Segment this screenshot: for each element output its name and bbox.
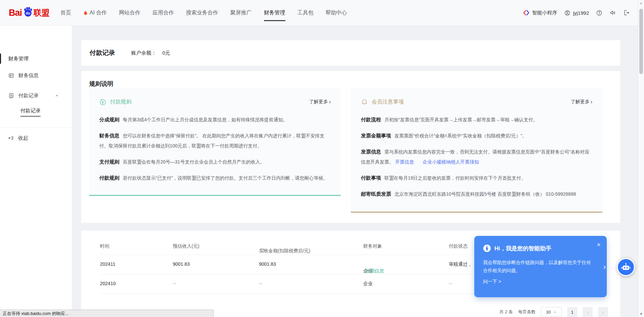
nav-item-juping-promo[interactable]: 聚屏推广 — [230, 0, 252, 26]
rule-paragraph: 财务信息您可以在财务信息中选择“保留付款”。 在此期间您产生的收入将在账户内进行… — [99, 131, 331, 151]
cell-estimated: -- — [173, 281, 176, 286]
user-account[interactable]: jyj1992 — [564, 10, 589, 16]
scroll-down-arrow[interactable]: ▼ — [638, 312, 644, 316]
flame-icon — [83, 10, 88, 15]
next-page-button[interactable]: › — [598, 307, 608, 317]
assistant-ask-link[interactable]: 问一下 > — [483, 279, 598, 285]
logo-text-bai: Bai — [9, 8, 22, 18]
cell-actual: 9001.83 — [259, 261, 276, 267]
nav-item-home[interactable]: 首页 — [60, 0, 71, 26]
robot-icon — [621, 262, 631, 272]
logout-icon[interactable] — [623, 9, 630, 16]
finance-info-icon — [8, 73, 14, 78]
baidu-paw-icon: du — [22, 6, 33, 17]
total-count: 共 2 条 — [499, 309, 513, 315]
smart-miniprogram-icon — [523, 9, 530, 16]
member-notes-more-link[interactable]: 了解更多› — [571, 99, 592, 105]
col-header-payment-status: 付款状态 — [449, 243, 468, 249]
sound-icon[interactable] — [609, 9, 616, 16]
small-taxpayer-guide-link[interactable]: 企业小规模纳税人开票须知 — [423, 159, 479, 165]
cell-actual: -- — [259, 281, 262, 286]
chevron-up-icon[interactable] — [55, 93, 59, 98]
assistant-message: 我会帮助您诊断合作链路问题，以及解答您关于任何合作相关的问题。 — [483, 258, 591, 274]
assistant-popup: Hi，我是您的智能助手 × 我会帮助您诊断合作链路问题，以及解答您关于任何合作相… — [474, 236, 607, 297]
nav-item-search-coop[interactable]: 搜索业务合作 — [186, 0, 218, 26]
cell-time: 202410 — [100, 281, 116, 286]
page-header-card: 付款记录 账户余额： 0元 — [81, 40, 620, 66]
smart-miniprogram-link[interactable]: 智能小程序 — [523, 9, 557, 16]
sidebar-item-payment-record[interactable]: 付款记录 — [0, 87, 72, 104]
main-nav: 首页 AI 合作 网站合作 应用合作 搜索业务合作 聚屏推广 财务管理 工具包 … — [60, 0, 347, 26]
pagination: 共 2 条 每页条数 30 1 ‹ › — [499, 307, 608, 317]
nav-item-toolkit[interactable]: 工具包 — [298, 0, 314, 26]
cell-payment-status: -- — [449, 281, 452, 286]
rule-paragraph: 邮寄纸质发票北京市海淀区西北旺东路10号院百度科技园5号楼 百度联盟财务组（收）… — [361, 189, 592, 199]
cell-finance-object: 企业 — [363, 281, 373, 287]
balance-label: 账户余额： — [131, 50, 156, 56]
rule-paragraph: 发票信息需与系统内发票信息内容完全一致，否则无法支付。请根据发票信息页面中“百度… — [361, 147, 592, 167]
page-size-select[interactable]: 30 — [541, 307, 562, 317]
page-title: 付款记录 — [90, 49, 115, 57]
col-header-estimated-income: 预估收入(元) — [173, 243, 199, 249]
balance-value: 0元 — [162, 50, 170, 56]
assistant-arrow-icon[interactable]: › — [603, 263, 606, 271]
prev-page-button[interactable]: ‹ — [583, 307, 593, 317]
payment-rules-card: 付款规则 了解更多› 分成规则每月第3或4个工作日产出上月分成信息及发票信息，如… — [89, 88, 341, 196]
top-navbar: Bai du 联盟 首页 AI 合作 网站合作 应用合作 搜索业务合作 聚屏推广… — [0, 0, 644, 26]
rule-paragraph: 付款规则若付款状态显示“已支付”，说明联盟已安排了您的付款。支付后三个工作日内到… — [99, 173, 331, 183]
invoice-info-table-link[interactable]: 发票信息 — [365, 268, 384, 274]
payment-record-icon — [8, 93, 14, 99]
nav-item-ai-coop[interactable]: AI 合作 — [83, 0, 107, 26]
rule-paragraph: 付款事项联盟在每月19日之后签收的发票，付款时间安排在下个月首批支付。 — [361, 173, 592, 183]
nav-right-group: 智能小程序 jyj1992 — [523, 9, 630, 16]
yuan-circle-icon — [99, 99, 106, 106]
scrollbar-thumb[interactable] — [639, 9, 643, 74]
cell-payment-status: 审核通过， — [449, 261, 472, 267]
payment-rules-title: 付款规则 — [110, 99, 131, 106]
sidebar-collapse-button[interactable]: 收起 — [0, 128, 72, 148]
sidebar-subitem-payment-record[interactable]: 付款记录 — [0, 104, 72, 120]
cell-time: 202411 — [100, 261, 115, 267]
column-help-icon[interactable] — [261, 248, 265, 253]
payment-rules-more-link[interactable]: 了解更多› — [309, 99, 331, 105]
logo-text-union: 联盟 — [34, 7, 50, 18]
nav-item-app-coop[interactable]: 应用合作 — [153, 0, 174, 26]
member-notes-card: 会员注意事项 了解更多› 付款流程月初按“发票信息”页面开具发票→上传发票→邮寄… — [351, 88, 602, 212]
per-page-label: 每页条数 — [518, 309, 536, 315]
svg-text:du: du — [26, 11, 30, 15]
nav-item-website-coop[interactable]: 网站合作 — [119, 0, 141, 26]
nav-item-finance-management[interactable]: 财务管理 — [264, 0, 285, 26]
collapse-icon — [8, 135, 14, 141]
invoice-info-link[interactable]: 开票信息 — [395, 159, 414, 165]
compass-icon — [483, 244, 491, 252]
cell-estimated: 9001.83 — [173, 261, 190, 267]
col-header-time: 时间 — [100, 243, 109, 249]
sidebar-section-finance-management[interactable]: 财务管理 — [0, 54, 72, 64]
assistant-float-button[interactable] — [617, 258, 635, 276]
rule-paragraph: 发票金额事项发票票面“价税合计”金额=系统中“实收金额（扣除税费后/元）”。 — [361, 131, 592, 141]
vertical-scrollbar[interactable]: ▲ ▼ — [638, 0, 644, 317]
baidu-union-logo[interactable]: Bai du 联盟 — [9, 6, 50, 19]
chevron-right-icon: › — [329, 100, 331, 104]
rules-card: 规则说明 付款规则 了解更多› 分成规则每月第3或4个工作日产出上月分成信息及发… — [81, 71, 620, 223]
status-text: 正在等待 xlab.baidu.com 的响应... — [3, 311, 69, 317]
user-icon — [564, 10, 571, 16]
member-notes-title: 会员注意事项 — [372, 99, 404, 106]
rule-paragraph: 付款流程月初按“发票信息”页面开具发票→上传发票→邮寄发票→审核→确认支付。 — [361, 115, 592, 125]
rules-subcards: 付款规则 了解更多› 分成规则每月第3或4个工作日产出上月分成信息及发票信息，如… — [89, 88, 612, 212]
chevron-down-icon — [553, 310, 557, 314]
rule-paragraph: 支付规则百度联盟会在每月20号—31号支付企业会员上个自然月产生的收入。 — [99, 157, 331, 167]
help-icon[interactable] — [596, 10, 602, 16]
assistant-title: Hi，我是您的智能助手 — [494, 245, 551, 252]
bell-icon — [361, 99, 368, 106]
col-header-finance-object: 财务对象 — [363, 243, 382, 249]
scroll-up-arrow[interactable]: ▲ — [638, 1, 644, 5]
nav-item-help-center[interactable]: 帮助中心 — [326, 0, 347, 26]
close-icon[interactable]: × — [597, 241, 601, 248]
browser-status-bar: 正在等待 xlab.baidu.com 的响应... — [0, 310, 214, 317]
page-number-button[interactable]: 1 — [567, 307, 577, 317]
chevron-right-icon: › — [591, 100, 592, 104]
rules-section-title: 规则说明 — [89, 80, 612, 88]
sidebar-item-finance-info[interactable]: 财务信息 — [0, 67, 72, 84]
sidebar: 财务管理 财务信息 付款记录 付款记录 — [0, 26, 72, 317]
